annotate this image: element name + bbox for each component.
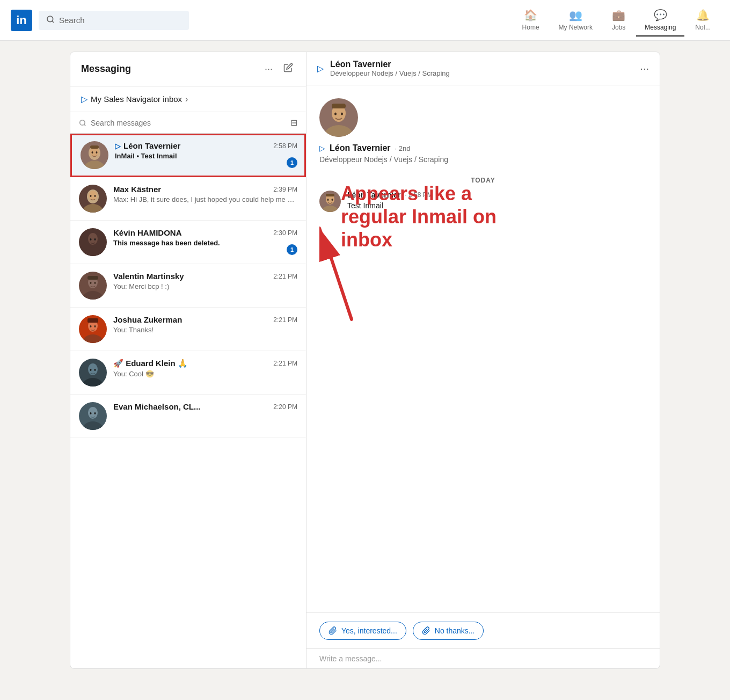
svg-point-31 — [90, 369, 92, 371]
svg-point-24 — [82, 334, 104, 343]
msg-body-max: Max Kästner 2:39 PM Max: Hi JB, it sure … — [113, 185, 297, 203]
avatar-evan — [79, 402, 107, 430]
svg-point-27 — [94, 325, 96, 327]
search-icon — [46, 15, 55, 26]
msg-body-joshua: Joshua Zukerman 2:21 PM You: Thanks! — [113, 315, 297, 334]
quick-reply-no-button[interactable]: No thanks... — [413, 622, 484, 640]
svg-point-12 — [89, 191, 97, 200]
msg-time-max: 2:39 PM — [273, 186, 297, 193]
message-list: ▷ Léon Tavernier 2:58 PM InMail • Test I… — [70, 134, 306, 668]
msg-top-leon: ▷ Léon Tavernier 2:58 PM — [115, 141, 297, 150]
msg-time-joshua: 2:21 PM — [273, 316, 297, 324]
msg-sender-max: Max Kästner — [113, 185, 161, 194]
svg-point-26 — [90, 325, 92, 327]
msg-time-eduard: 2:21 PM — [273, 360, 297, 367]
message-item-valentin[interactable]: Valentin Martinsky 2:21 PM You: Merci bc… — [70, 264, 306, 308]
search-bar[interactable]: Search — [39, 11, 189, 30]
svg-point-33 — [82, 421, 104, 430]
chat-more-options-button[interactable]: ··· — [640, 62, 649, 75]
svg-point-36 — [94, 412, 96, 414]
svg-line-3 — [84, 124, 86, 126]
nav-label-notifications: Not... — [695, 24, 711, 31]
svg-point-15 — [82, 247, 104, 256]
jobs-icon: 💼 — [612, 9, 625, 21]
quick-reply-yes-button[interactable]: Yes, interested... — [319, 622, 406, 640]
msg-preview-joshua: You: Thanks! — [113, 326, 297, 334]
svg-point-17 — [90, 238, 92, 240]
svg-point-30 — [88, 363, 98, 375]
nav-item-messaging[interactable]: 💬 Messaging — [636, 4, 684, 37]
avatar-joshua — [79, 315, 107, 343]
paperclip-icon — [328, 626, 337, 635]
avatar-leon — [81, 141, 108, 169]
avatar-max — [79, 185, 107, 213]
svg-point-34 — [88, 407, 98, 419]
sales-navigator-banner[interactable]: ▷ My Sales Navigator inbox › — [70, 86, 306, 112]
svg-point-13 — [90, 195, 92, 197]
unread-badge-kevin: 1 — [287, 244, 297, 255]
msg-sender-valentin: Valentin Martinsky — [113, 272, 184, 281]
svg-point-21 — [90, 282, 92, 284]
inmail-arrow-icon: ▷ — [81, 94, 87, 104]
nav-item-home[interactable]: 🏠 Home — [514, 4, 548, 37]
search-messages-bar: ⊟ — [70, 112, 306, 134]
nav-item-jobs[interactable]: 💼 Jobs — [603, 4, 634, 37]
msg-preview-eduard: You: Cool 😎 — [113, 370, 297, 378]
main-content: Messaging ··· ▷ My Sales Navigator inbox… — [70, 52, 660, 669]
nav-item-my-network[interactable]: 👥 My Network — [550, 4, 601, 37]
chat-body: ▷ Léon Tavernier · 2nd Développeur Nodej… — [306, 85, 660, 612]
msg-preview-kevin: This message has been deleted. — [113, 239, 297, 247]
svg-point-22 — [94, 282, 96, 284]
compose-button[interactable] — [281, 61, 295, 77]
chat-message-avatar — [319, 191, 341, 212]
svg-point-45 — [332, 199, 333, 201]
message-item-kevin[interactable]: Kévin HAMIDONA 2:30 PM This message has … — [70, 221, 306, 264]
svg-point-0 — [47, 16, 53, 22]
svg-point-32 — [94, 369, 96, 371]
write-hint[interactable]: Write a message... — [306, 648, 660, 668]
msg-time-kevin: 2:30 PM — [273, 229, 297, 237]
message-item-leon[interactable]: ▷ Léon Tavernier 2:58 PM InMail • Test I… — [70, 134, 306, 177]
svg-line-1 — [52, 21, 54, 23]
avatar-eduard — [79, 359, 107, 387]
filter-icon[interactable]: ⊟ — [290, 118, 297, 128]
message-item-eduard[interactable]: 🚀 Eduard Klein 🙏 2:21 PM You: Cool 😎 — [70, 351, 306, 395]
msg-sender-eduard: 🚀 Eduard Klein 🙏 — [113, 359, 188, 368]
search-messages-input[interactable] — [91, 119, 286, 127]
avatar-valentin — [79, 272, 107, 300]
profile-name-row: ▷ Léon Tavernier · 2nd — [319, 143, 410, 153]
nav-label-my-network: My Network — [559, 24, 593, 31]
unread-badge-leon: 1 — [287, 157, 297, 168]
svg-point-19 — [82, 291, 104, 300]
svg-point-7 — [92, 151, 93, 154]
msg-body-leon: ▷ Léon Tavernier 2:58 PM InMail • Test I… — [115, 141, 297, 160]
nav-item-notifications[interactable]: 🔔 Not... — [687, 4, 719, 37]
svg-point-35 — [90, 412, 92, 414]
msg-sender-joshua: Joshua Zukerman — [113, 315, 182, 324]
svg-point-42 — [322, 206, 339, 212]
sales-nav-text: My Sales Navigator inbox — [91, 94, 182, 104]
large-avatar-leon — [319, 98, 358, 137]
message-item-joshua[interactable]: Joshua Zukerman 2:21 PM You: Thanks! — [70, 308, 306, 351]
svg-point-5 — [84, 161, 105, 169]
chevron-right-icon: › — [185, 94, 188, 104]
msg-sender-leon: ▷ Léon Tavernier — [115, 141, 180, 150]
quick-replies: Yes, interested... No thanks... — [306, 612, 660, 648]
avatar-kevin — [79, 228, 107, 256]
degree-badge: · 2nd — [395, 144, 411, 152]
linkedin-logo[interactable]: in — [11, 10, 32, 31]
more-options-button[interactable]: ··· — [262, 61, 275, 77]
msg-time-leon: 2:58 PM — [273, 142, 297, 150]
annotation-text: Appears like a regular Inmail on inbox — [341, 182, 523, 252]
chat-header-info: Léon Tavernier Développeur Nodejs / Vuej… — [330, 60, 633, 77]
main-nav: 🏠 Home 👥 My Network 💼 Jobs 💬 Messaging 🔔… — [514, 4, 719, 37]
message-item-max[interactable]: Max Kästner 2:39 PM Max: Hi JB, it sure … — [70, 177, 306, 221]
svg-rect-9 — [90, 145, 99, 149]
msg-time-evan: 2:20 PM — [273, 403, 297, 411]
message-item-evan[interactable]: Evan Michaelson, CL... 2:20 PM — [70, 395, 306, 438]
svg-rect-46 — [326, 194, 334, 196]
msg-preview-valentin: You: Merci bcp ! :) — [113, 282, 297, 290]
msg-sender-evan: Evan Michaelson, CL... — [113, 402, 201, 411]
svg-point-2 — [80, 120, 85, 125]
chat-header-subtitle: Développeur Nodejs / Vuejs / Scraping — [330, 69, 633, 77]
